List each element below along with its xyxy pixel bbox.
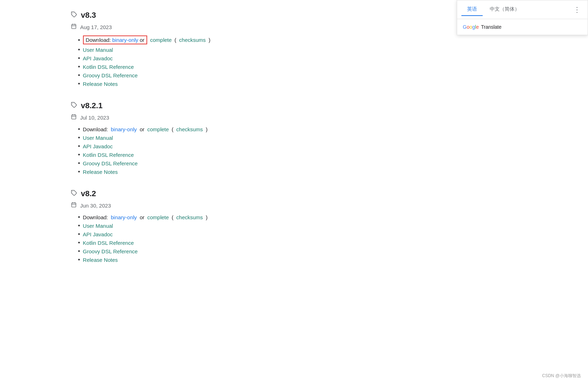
list-item: Release Notes [78, 257, 355, 263]
tag-icon [71, 11, 77, 20]
list-item: Groovy DSL Reference [78, 248, 355, 254]
binary-only-link[interactable]: binary-only [111, 126, 137, 132]
list-item: API Javadoc [78, 143, 355, 149]
list-item: Groovy DSL Reference [78, 160, 355, 166]
tab-chinese[interactable]: 中文（简体） [484, 3, 525, 16]
version-title-v8.2: v8.2 [71, 189, 355, 198]
link-release-notes[interactable]: Release Notes [83, 169, 118, 175]
items-list-v8.2.1: Download: binary-only or complete (check… [71, 126, 355, 175]
binary-only-link[interactable]: binary-only [111, 214, 137, 220]
tag-icon [71, 102, 77, 110]
checksums-link[interactable]: checksums [176, 214, 203, 220]
csdn-watermark: CSDN @小海聊智选 [542, 373, 581, 379]
list-item: Kotlin DSL Reference [78, 239, 355, 246]
list-item: Release Notes [78, 81, 355, 87]
version-label: v8.3 [81, 11, 96, 20]
link-kotlin-dsl-reference[interactable]: Kotlin DSL Reference [83, 240, 134, 246]
translate-popup: 英语 中文（简体） ⋮ Google Translate [457, 0, 588, 35]
main-content: v8.3 Aug 17, 2023 Download: binary-only … [0, 0, 376, 298]
version-label: v8.2 [81, 189, 96, 198]
list-item: User Manual [78, 134, 355, 141]
download-paren-close: ) [206, 214, 207, 220]
items-list-v8.2: Download: binary-only or complete (check… [71, 214, 355, 263]
link-groovy-dsl-reference[interactable]: Groovy DSL Reference [83, 248, 138, 254]
date-row-v8.2.1: Jul 10, 2023 [71, 114, 355, 121]
download-or-text: or [140, 37, 144, 43]
version-title-v8.2.1: v8.2.1 [71, 101, 355, 110]
link-kotlin-dsl-reference[interactable]: Kotlin DSL Reference [83, 64, 134, 70]
link-release-notes[interactable]: Release Notes [83, 81, 118, 87]
download-or-text: or [140, 126, 144, 132]
link-release-notes[interactable]: Release Notes [83, 257, 118, 263]
complete-link[interactable]: complete [147, 126, 169, 132]
link-api-javadoc[interactable]: API Javadoc [83, 231, 113, 237]
translate-header: 英语 中文（简体） ⋮ [457, 0, 588, 19]
version-section-v8.2.1: v8.2.1 Jul 10, 2023 Download: binary-onl… [71, 101, 355, 175]
link-user-manual[interactable]: User Manual [83, 223, 113, 229]
download-item: Download: binary-only or complete (check… [78, 35, 355, 44]
link-groovy-dsl-reference[interactable]: Groovy DSL Reference [83, 160, 138, 166]
svg-rect-1 [72, 24, 76, 29]
calendar-icon [71, 114, 77, 121]
link-kotlin-dsl-reference[interactable]: Kotlin DSL Reference [83, 152, 134, 158]
tab-english[interactable]: 英语 [461, 3, 483, 16]
link-api-javadoc[interactable]: API Javadoc [83, 143, 113, 149]
list-item: User Manual [78, 222, 355, 229]
google-logo: Google [463, 24, 479, 30]
download-paren-close: ) [209, 37, 210, 43]
download-paren-close: ) [206, 126, 207, 132]
complete-link[interactable]: complete [147, 214, 169, 220]
list-item: Kotlin DSL Reference [78, 64, 355, 70]
date-row-v8.3: Aug 17, 2023 [71, 23, 355, 31]
translate-body: Google Translate [457, 19, 588, 35]
complete-link[interactable]: complete [150, 37, 172, 43]
link-api-javadoc[interactable]: API Javadoc [83, 55, 113, 61]
more-options-button[interactable]: ⋮ [571, 5, 583, 15]
link-groovy-dsl-reference[interactable]: Groovy DSL Reference [83, 72, 138, 78]
calendar-icon [71, 202, 77, 209]
download-item: Download: binary-only or complete (check… [78, 126, 355, 132]
list-item: User Manual [78, 46, 355, 53]
download-highlight: Download: binary-only or [83, 35, 148, 44]
version-section-v8.3: v8.3 Aug 17, 2023 Download: binary-only … [71, 11, 355, 87]
tag-icon [71, 190, 77, 198]
version-date: Jun 30, 2023 [80, 203, 111, 209]
checksums-link[interactable]: checksums [176, 126, 203, 132]
download-or-text: or [140, 214, 144, 220]
list-item: Release Notes [78, 169, 355, 175]
link-user-manual[interactable]: User Manual [83, 135, 113, 141]
download-label: Download: [83, 126, 108, 132]
list-item: Groovy DSL Reference [78, 72, 355, 78]
download-paren-open: ( [172, 126, 173, 132]
binary-only-link[interactable]: binary-only [112, 37, 138, 43]
version-date: Jul 10, 2023 [80, 115, 109, 121]
list-item: Kotlin DSL Reference [78, 151, 355, 158]
download-label: Download: [86, 37, 111, 43]
calendar-icon [71, 23, 77, 31]
link-user-manual[interactable]: User Manual [83, 47, 113, 53]
items-list-v8.3: Download: binary-only or complete (check… [71, 35, 355, 87]
download-paren-open: ( [172, 214, 173, 220]
list-item: API Javadoc [78, 55, 355, 61]
download-item: Download: binary-only or complete (check… [78, 214, 355, 220]
download-paren-open: ( [174, 37, 176, 43]
version-title-v8.3: v8.3 [71, 11, 355, 20]
checksums-link[interactable]: checksums [179, 37, 206, 43]
download-label: Download: [83, 214, 108, 220]
version-label: v8.2.1 [81, 101, 102, 110]
date-row-v8.2: Jun 30, 2023 [71, 202, 355, 209]
svg-rect-11 [72, 203, 76, 207]
version-date: Aug 17, 2023 [80, 24, 112, 30]
svg-rect-6 [72, 115, 76, 119]
translate-label: Translate [481, 24, 501, 30]
list-item: API Javadoc [78, 231, 355, 237]
version-section-v8.2: v8.2 Jun 30, 2023 Download: binary-only … [71, 189, 355, 263]
